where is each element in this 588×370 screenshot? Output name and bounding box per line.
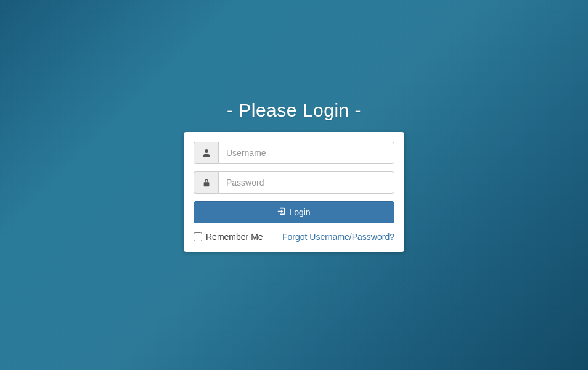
forgot-password-link[interactable]: Forgot Username/Password? — [282, 232, 394, 242]
user-icon — [194, 142, 218, 164]
login-panel: Login Remember Me Forgot Username/Passwo… — [184, 132, 404, 252]
login-button[interactable]: Login — [194, 201, 394, 223]
remember-me-checkbox[interactable] — [194, 232, 202, 241]
password-group — [194, 171, 394, 194]
bottom-row: Remember Me Forgot Username/Password? — [194, 232, 394, 242]
remember-me-label[interactable]: Remember Me — [194, 232, 263, 242]
signin-icon — [277, 207, 285, 217]
username-group — [194, 142, 394, 164]
remember-me-text: Remember Me — [206, 232, 263, 242]
page-title: - Please Login - — [227, 100, 361, 121]
login-container: - Please Login - Login Remember Me — [184, 100, 404, 252]
lock-icon — [194, 171, 218, 194]
username-input[interactable] — [218, 142, 394, 164]
password-input[interactable] — [218, 171, 394, 194]
login-button-label: Login — [289, 207, 310, 217]
